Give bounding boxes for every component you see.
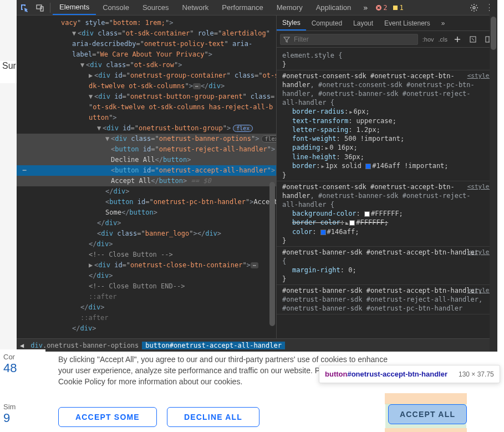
- error-badge[interactable]: 2: [375, 4, 387, 12]
- tab-styles[interactable]: Styles: [277, 16, 306, 31]
- accept-all-button[interactable]: Accept All: [388, 404, 467, 424]
- dom-comment[interactable]: <!-- Close Button END-->: [17, 281, 276, 292]
- highlight-margin: [385, 428, 467, 432]
- breadcrumb-item[interactable]: div.onetrust-banner-options: [27, 342, 142, 349]
- dom-line[interactable]: </div>: [17, 302, 276, 313]
- color-swatch[interactable]: [320, 230, 326, 235]
- highlight-margin: [385, 393, 467, 404]
- main-toolbar: Elements Console Sources Network Perform…: [17, 0, 497, 16]
- color-swatch[interactable]: [349, 220, 355, 226]
- scrollbar-thumb[interactable]: [491, 17, 496, 50]
- hov-toggle[interactable]: :hov: [422, 36, 434, 43]
- dom-line-cont[interactable]: utton">: [17, 113, 276, 123]
- accept-some-button[interactable]: Accept Some: [58, 407, 157, 427]
- side-stat-2: Sim 9: [0, 399, 45, 432]
- tab-memory[interactable]: Memory: [270, 0, 309, 15]
- color-swatch[interactable]: [365, 164, 371, 169]
- dom-comment[interactable]: <!-- Close Button -->: [17, 250, 276, 260]
- tab-performance[interactable]: Performance: [215, 0, 269, 15]
- tab-console[interactable]: Console: [96, 0, 136, 15]
- tab-event-listeners[interactable]: Event Listeners: [379, 16, 436, 31]
- dom-line-selected[interactable]: ⋯<button id="onetrust-accept-all-handler…: [17, 165, 276, 176]
- scrollbar-thumb[interactable]: [269, 182, 275, 326]
- flex-badge[interactable]: flex: [261, 135, 276, 143]
- tab-network[interactable]: Network: [176, 0, 216, 15]
- dom-line-cont[interactable]: </div>: [17, 271, 276, 281]
- dom-line[interactable]: <button id="onetrust-reject-all-handler"…: [17, 144, 276, 155]
- dom-line[interactable]: ▼<div id="onetrust-button-group">flex: [17, 123, 276, 134]
- dom-line-cont[interactable]: "ot-sdk-twelve ot-sdk-columns has-reject…: [17, 102, 276, 113]
- more-styles-tabs-icon[interactable]: »: [436, 16, 451, 31]
- funnel-icon: [283, 36, 290, 43]
- dom-line[interactable]: </div>: [17, 186, 276, 197]
- color-swatch[interactable]: [364, 211, 370, 217]
- dom-line-cont[interactable]: dk-twelve ot-sdk-columns">⋯</div>: [17, 81, 276, 92]
- breadcrumb-left-icon[interactable]: ◀: [17, 342, 27, 349]
- filter-input[interactable]: [280, 34, 418, 45]
- cls-toggle[interactable]: .cls: [439, 36, 448, 43]
- css-rule[interactable]: <style> #onetrust-consent-sdk #onetrust-…: [277, 181, 497, 247]
- side-card-summary: Sur: [0, 61, 17, 83]
- element-style-rule[interactable]: element.style { }: [277, 50, 497, 70]
- ellipsis-badge[interactable]: ⋯: [193, 83, 201, 89]
- css-rule[interactable]: <style> #onetrust-banner-sdk #onetrust-a…: [277, 247, 497, 285]
- dom-line[interactable]: <div class="banner_logo"></div>: [17, 228, 276, 239]
- dom-line[interactable]: ▼<div class="onetrust-banner-options">fl…: [17, 134, 276, 144]
- settings-icon[interactable]: [466, 0, 482, 16]
- styles-panel: Styles Computed Layout Event Listeners »…: [276, 16, 497, 338]
- devtools-window: Elements Console Sources Network Perform…: [17, 0, 497, 352]
- styles-rules[interactable]: element.style { } <style> #onetrust-cons…: [277, 48, 497, 338]
- ellipsis-badge[interactable]: ⋯: [251, 262, 258, 268]
- dom-tree-panel[interactable]: vacy" style="bottom: 1rem;"> ▼<div class…: [17, 16, 276, 338]
- dom-line[interactable]: </div>: [17, 218, 276, 228]
- tab-sources[interactable]: Sources: [136, 0, 176, 15]
- styles-tabs: Styles Computed Layout Event Listeners »: [277, 16, 497, 31]
- dom-line[interactable]: <button id="onetrust-pc-btn-handler">Acc…: [17, 197, 276, 207]
- styles-scrollbar[interactable]: [490, 16, 497, 338]
- dom-line[interactable]: ▼<div class="ot-sdk-row">: [17, 60, 276, 70]
- dom-line-cont[interactable]: aria-describedby="onetrust-policy-text" …: [17, 39, 276, 49]
- dom-line[interactable]: ▶<div id="onetrust-close-btn-container">…: [17, 260, 276, 271]
- element-tooltip: button#onetrust-accept-btn-handler 130 ×…: [319, 365, 500, 383]
- dom-line-cont[interactable]: label="We Care About Your Privacy">: [17, 49, 276, 60]
- dom-line[interactable]: ▶<div id="onetrust-group-container" clas…: [17, 70, 276, 81]
- new-rule-icon[interactable]: [452, 32, 463, 47]
- tab-computed[interactable]: Computed: [306, 16, 348, 31]
- svg-point-4: [473, 7, 475, 9]
- warn-badge[interactable]: 1: [392, 4, 404, 12]
- tab-elements[interactable]: Elements: [53, 0, 96, 15]
- inspect-icon[interactable]: [17, 0, 32, 16]
- css-rule[interactable]: <style> #onetrust-banner-sdk #onetrust-a…: [277, 285, 497, 314]
- breadcrumb-item-active[interactable]: button#onetrust-accept-all-handler: [142, 342, 285, 349]
- main-tabs: Elements Console Sources Network Perform…: [53, 0, 358, 15]
- tab-layout[interactable]: Layout: [348, 16, 379, 31]
- dom-line-cont[interactable]: Some</button>: [17, 207, 276, 218]
- dom-line-cont[interactable]: Decline All</button>: [17, 155, 276, 165]
- dom-line[interactable]: vacy" style="bottom: 1rem;">: [17, 18, 276, 28]
- page-content: By clicking "Accept All", you agree to o…: [0, 352, 504, 432]
- dom-line[interactable]: ▼<div id="onetrust-button-group-parent" …: [17, 92, 276, 102]
- decline-all-button[interactable]: Decline All: [167, 407, 259, 427]
- css-rule[interactable]: <style> #onetrust-consent-sdk #onetrust-…: [277, 70, 497, 181]
- more-tabs-icon[interactable]: »: [358, 0, 373, 16]
- dom-pseudo[interactable]: ::after: [17, 313, 276, 323]
- divider: [50, 3, 50, 13]
- tab-application[interactable]: Application: [309, 0, 358, 15]
- device-icon[interactable]: [32, 0, 48, 16]
- breadcrumb-bar: ◀ div.onetrust-banner-options button#one…: [17, 338, 497, 352]
- dom-line[interactable]: ▼<div class="ot-sdk-container" role="ale…: [17, 28, 276, 39]
- side-stat-1: Cor 48: [0, 349, 45, 383]
- dom-pseudo[interactable]: ::after: [17, 292, 276, 302]
- tooltip-dimensions: 130 × 37.75: [459, 370, 494, 378]
- dom-line[interactable]: </div>: [17, 323, 276, 334]
- line-menu-icon[interactable]: ⋯: [18, 165, 31, 176]
- dom-line[interactable]: </div>: [17, 239, 276, 250]
- filter-bar: :hov .cls: [277, 31, 497, 48]
- computed-toggle-icon[interactable]: [467, 32, 478, 47]
- main-panels: vacy" style="bottom: 1rem;"> ▼<div class…: [17, 16, 497, 338]
- dom-line-cont[interactable]: Accept All</button> == $0: [17, 176, 276, 186]
- svg-rect-3: [393, 6, 398, 10]
- flex-badge[interactable]: flex: [233, 125, 253, 132]
